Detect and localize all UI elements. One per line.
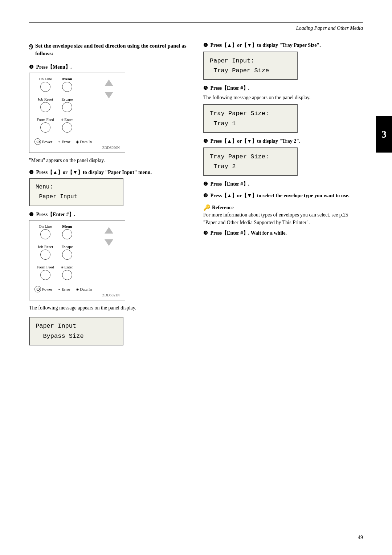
substep-8-label: ❽ Press【▲】or【▼】to select the envelope ty… bbox=[203, 193, 363, 199]
panel2-code: ZDDS021N bbox=[34, 293, 120, 297]
panel1-formfeed-circle bbox=[40, 122, 50, 133]
panel2-menu-btn: Menu bbox=[56, 224, 78, 240]
panel2-jobreset-label: Job Reset bbox=[38, 244, 53, 249]
panel2-error-label: Error bbox=[62, 287, 70, 291]
reference-text: For more information about types of enve… bbox=[203, 211, 363, 226]
panel1-jobreset-circle bbox=[40, 102, 50, 112]
panel1-error-icon: ⌁ bbox=[58, 139, 61, 144]
reference-icon: 🔑 bbox=[203, 204, 211, 211]
panel1-menu-circle bbox=[62, 82, 72, 92]
substep-9: ❾ Press【Enter #】. Wait for a while. bbox=[203, 230, 363, 236]
panel1-row1: On Line Menu bbox=[34, 77, 78, 93]
panel2-escape-btn: Escape bbox=[56, 244, 78, 260]
panel2-datain-icon: ◈ bbox=[76, 287, 79, 292]
page-number: 49 bbox=[358, 535, 363, 540]
side-tab: 3 bbox=[376, 116, 392, 153]
panel2-enter-label: # Enter bbox=[61, 265, 73, 269]
panel2-datain-label: Data In bbox=[80, 287, 92, 291]
lcd-tray-paper-size: Paper Input: Tray Paper Size bbox=[203, 52, 298, 80]
right-column: ❹ Press【▲】or【▼】to display "Tray Paper Si… bbox=[203, 42, 363, 348]
panel1-escape-label: Escape bbox=[61, 97, 73, 101]
panel2-escape-circle bbox=[62, 250, 72, 260]
panel2-power-label: Power bbox=[42, 287, 52, 291]
panel2-top: On Line Menu Job Reset bbox=[34, 224, 120, 283]
panel2-arrow-down bbox=[105, 239, 113, 246]
panel1-formfeed-label: Form Feed bbox=[37, 117, 54, 122]
panel2-arrows bbox=[101, 224, 120, 247]
side-tab-number: 3 bbox=[381, 129, 387, 140]
panel1-menu-label: Menu bbox=[62, 77, 72, 81]
panel1-menu-btn: Menu bbox=[56, 77, 78, 93]
panel1-row3: Form Feed # Enter bbox=[34, 117, 78, 133]
panel1-escape-btn: Escape bbox=[56, 97, 78, 113]
left-column: 9 Set the envelope size and feed directi… bbox=[29, 42, 189, 348]
reference-title: 🔑 Reference bbox=[203, 204, 363, 211]
panel2-bottom: ⏻ Power ⌁ Error ◈ Data In bbox=[34, 284, 120, 292]
substep-7-label: ❼ Press【Enter #】. bbox=[203, 181, 363, 187]
substep-3-text: Press【Enter #】. bbox=[35, 211, 75, 218]
panel1-online-circle bbox=[40, 82, 50, 92]
panel1-jobreset-btn: Job Reset bbox=[34, 97, 56, 113]
panel2-formfeed-label: Form Feed bbox=[37, 265, 54, 269]
panel2-row3: Form Feed # Enter bbox=[34, 265, 78, 281]
panel-diagram-2: On Line Menu Job Reset bbox=[29, 220, 125, 300]
panel2-datain: ◈ Data In bbox=[76, 287, 92, 292]
substep-7-text: Press【Enter #】. bbox=[209, 181, 249, 187]
panel2-row2: Job Reset Escape bbox=[34, 244, 78, 260]
substep-3-desc: The following message appears on the pan… bbox=[29, 304, 189, 312]
reference-label: Reference bbox=[212, 205, 234, 211]
panel1-formfeed-btn: Form Feed bbox=[34, 117, 56, 133]
panel2-error: ⌁ Error bbox=[58, 287, 70, 292]
substep-2: ❷ Press【▲】or【▼】to display "Paper Input" … bbox=[29, 169, 189, 206]
panel2-online-label: On Line bbox=[39, 224, 52, 228]
panel2-jobreset-circle bbox=[40, 250, 50, 260]
substep-5: ❺ Press【Enter #】. The following message … bbox=[203, 85, 363, 133]
substep-1-desc: "Menu" appears on the panel display. bbox=[29, 157, 189, 164]
substep-8: ❽ Press【▲】or【▼】to select the envelope ty… bbox=[203, 193, 363, 199]
panel1-online-label: On Line bbox=[39, 77, 52, 81]
panel1-power: ⏻ Power bbox=[34, 138, 52, 145]
panel2-power-icon: ⏻ bbox=[34, 286, 41, 292]
panel1-enter-circle bbox=[62, 122, 72, 133]
panel2-error-icon: ⌁ bbox=[58, 287, 61, 292]
panel1-online-btn: On Line bbox=[34, 77, 56, 93]
panel1-arrows bbox=[101, 77, 120, 100]
panel2-escape-label: Escape bbox=[61, 244, 73, 249]
panel1-power-label: Power bbox=[42, 139, 52, 144]
panel2-arrow-up bbox=[105, 227, 113, 234]
panel1-arrow-down bbox=[105, 92, 113, 98]
panel1-row2: Job Reset Escape bbox=[34, 97, 78, 113]
panel2-left: On Line Menu Job Reset bbox=[34, 224, 78, 283]
step9-intro: 9 Set the envelope size and feed directi… bbox=[29, 42, 189, 57]
substep-6-text: Press【▲】or【▼】to display "Tray 2". bbox=[209, 138, 301, 145]
substep-6-label: ❻ Press【▲】or【▼】to display "Tray 2". bbox=[203, 138, 363, 145]
step9-number: 9 bbox=[29, 42, 33, 52]
substep-5-desc: The following message appears on the pan… bbox=[203, 94, 363, 101]
panel2-formfeed-btn: Form Feed bbox=[34, 265, 56, 281]
content-columns: 9 Set the envelope size and feed directi… bbox=[29, 42, 363, 348]
panel1-bottom: ⏻ Power ⌁ Error ◈ Data In bbox=[34, 137, 120, 145]
lcd-tray-size-2: Tray Paper Size: Tray 2 bbox=[203, 147, 298, 176]
reference-section: 🔑 Reference For more information about t… bbox=[203, 204, 363, 226]
substep-4-text: Press【▲】or【▼】to display "Tray Paper Size… bbox=[209, 42, 321, 49]
substep-3: ❸ Press【Enter #】. On Line bbox=[29, 211, 189, 312]
panel2-online-circle bbox=[40, 229, 50, 239]
panel-diagram-1: On Line Menu bbox=[29, 73, 125, 153]
substep-1-label: ❶ Press【Menu】. bbox=[29, 64, 189, 70]
panel1-datain-label: Data In bbox=[80, 139, 92, 144]
substep-4-label: ❹ Press【▲】or【▼】to display "Tray Paper Si… bbox=[203, 42, 363, 49]
substep-2-text: Press【▲】or【▼】to display "Paper Input" me… bbox=[35, 169, 152, 176]
panel2-jobreset-btn: Job Reset bbox=[34, 244, 56, 260]
substep-9-text: Press【Enter #】. Wait for a while. bbox=[209, 230, 287, 236]
panel1-arrow-up bbox=[105, 80, 113, 86]
lcd-bypass-size: Paper Input Bypass Size bbox=[29, 317, 123, 345]
panel1-code: ZDDS020N bbox=[34, 146, 120, 150]
substep-3-label: ❸ Press【Enter #】. bbox=[29, 211, 189, 218]
substep-8-text: Press【▲】or【▼】to select the envelope type… bbox=[209, 193, 350, 199]
panel2-power: ⏻ Power bbox=[34, 286, 52, 292]
panel1-power-icon: ⏻ bbox=[34, 138, 41, 145]
panel1-error: ⌁ Error bbox=[58, 139, 70, 144]
panel1-enter-btn: # Enter bbox=[56, 117, 78, 133]
panel2-formfeed-circle bbox=[40, 270, 50, 280]
panel2-enter-btn: # Enter bbox=[56, 265, 78, 281]
